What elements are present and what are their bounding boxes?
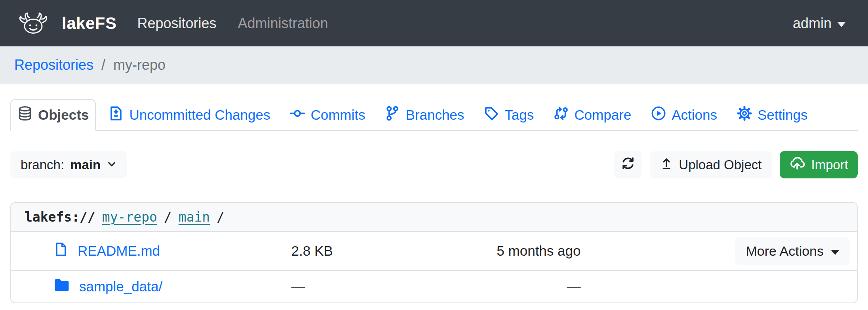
tab-label: Objects (38, 107, 89, 123)
tab-commits[interactable]: Commits (283, 99, 372, 131)
tab-branches[interactable]: Branches (378, 99, 471, 131)
cloud-upload-icon (789, 155, 805, 174)
chevron-down-icon (107, 157, 117, 172)
nav-administration[interactable]: Administration (238, 15, 328, 32)
repo-tabs: Objects Uncommitted Changes Commits (10, 99, 858, 131)
tab-compare[interactable]: Compare (546, 99, 638, 131)
upload-icon (660, 157, 673, 173)
object-size: — (282, 270, 443, 302)
path-ref-link[interactable]: main (179, 209, 210, 225)
path-scheme: lakefs:// (25, 209, 95, 225)
object-name: sample_data/ (79, 279, 162, 295)
import-label: Import (811, 157, 848, 172)
branch-icon (385, 106, 400, 124)
tab-label: Tags (504, 107, 534, 123)
file-diff-icon (108, 106, 124, 124)
table-row-sample-data: sample_data/ — — (11, 270, 857, 302)
database-icon (17, 106, 32, 124)
tab-label: Uncommitted Changes (129, 107, 270, 123)
branch-name: main (70, 157, 101, 172)
folder-icon (54, 278, 70, 295)
object-size: 2.8 KB (282, 232, 443, 270)
upload-label: Upload Object (679, 157, 761, 172)
object-modified: 5 months ago (442, 232, 586, 270)
object-path-bar: lakefs:// my-repo / main / (11, 203, 857, 232)
tag-icon (484, 106, 499, 124)
tab-tags[interactable]: Tags (477, 99, 541, 131)
tab-uncommitted-changes[interactable]: Uncommitted Changes (101, 99, 277, 131)
breadcrumb-separator: / (101, 57, 105, 73)
tab-label: Settings (758, 107, 807, 123)
top-navbar: lakeFS Repositories Administration admin (0, 0, 868, 46)
tab-label: Actions (672, 107, 717, 123)
chevron-down-icon (837, 22, 846, 27)
lakefs-logo-icon[interactable] (13, 10, 53, 36)
upload-object-button[interactable]: Upload Object (650, 151, 772, 178)
play-circle-icon (651, 106, 666, 124)
tab-actions[interactable]: Actions (644, 99, 724, 131)
tab-settings[interactable]: Settings (730, 99, 815, 131)
object-browser-card: lakefs:// my-repo / main / (10, 202, 858, 303)
gear-icon (737, 106, 752, 124)
breadcrumb-repositories-link[interactable]: Repositories (14, 57, 93, 73)
table-row-readme: README.md 2.8 KB 5 months ago More Actio… (11, 232, 857, 270)
breadcrumb-current-repo: my-repo (113, 57, 166, 73)
object-modified: — (442, 270, 586, 302)
tab-label: Branches (405, 107, 464, 123)
more-actions-button[interactable]: More Actions (735, 237, 850, 265)
tab-label: Commits (310, 107, 365, 123)
branch-selector[interactable]: branch: main (10, 151, 127, 178)
objects-table: README.md 2.8 KB 5 months ago More Actio… (11, 232, 857, 302)
import-button[interactable]: Import (780, 151, 858, 178)
refresh-icon (621, 156, 635, 174)
object-name: README.md (78, 243, 160, 259)
path-separator: / (164, 209, 172, 225)
tab-label: Compare (574, 107, 631, 123)
user-name: admin (793, 15, 832, 32)
caret-down-icon (831, 250, 839, 255)
branch-prefix: branch: (21, 157, 64, 172)
objects-toolbar: branch: main (10, 151, 858, 178)
compare-icon (554, 106, 569, 124)
object-link-readme[interactable]: README.md (54, 241, 160, 260)
file-icon (54, 241, 68, 260)
refresh-button[interactable] (614, 151, 642, 178)
nav-repositories[interactable]: Repositories (137, 15, 216, 32)
path-repo-link[interactable]: my-repo (102, 209, 157, 225)
path-separator: / (217, 209, 225, 225)
more-actions-label: More Actions (746, 243, 824, 259)
object-link-sample-data[interactable]: sample_data/ (54, 278, 162, 295)
tab-objects[interactable]: Objects (10, 99, 96, 131)
breadcrumb: Repositories / my-repo (0, 46, 868, 84)
brand-title[interactable]: lakeFS (62, 14, 116, 33)
user-menu-dropdown[interactable]: admin (793, 15, 846, 32)
actions-cell-empty (586, 270, 857, 302)
navbar-links: Repositories Administration (137, 15, 328, 32)
commit-icon (290, 106, 305, 124)
